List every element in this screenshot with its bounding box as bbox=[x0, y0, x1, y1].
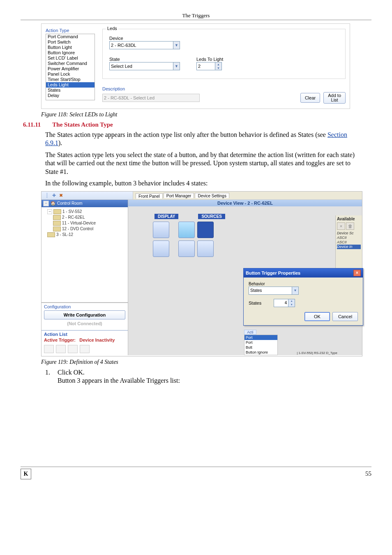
leds-to-light-label: Leds To Light bbox=[196, 57, 223, 62]
action-type-item[interactable]: Power Amplifier bbox=[46, 66, 95, 72]
available-item[interactable]: ASCII bbox=[337, 240, 361, 245]
description-label: Description bbox=[102, 86, 346, 91]
paragraph-2: The States action type lets you select t… bbox=[45, 151, 359, 176]
available-remove-icon[interactable]: × bbox=[337, 222, 345, 230]
cancel-button[interactable]: Cancel bbox=[332, 312, 358, 321]
tab-port-manager[interactable]: Port Manager bbox=[164, 193, 194, 198]
action-type-label: Action Type bbox=[46, 28, 95, 33]
close-icon[interactable]: × bbox=[353, 270, 361, 276]
device-label: Device bbox=[109, 36, 339, 41]
al-tool-icon[interactable] bbox=[80, 345, 90, 353]
bottom-item[interactable]: Port bbox=[244, 340, 277, 345]
tree-item[interactable]: 12 - DVD Control bbox=[62, 226, 93, 232]
action-type-item[interactable]: Timer Start/Stop bbox=[46, 77, 95, 82]
button-trigger-properties-dialog: Button Trigger Properties × Behavior Sta… bbox=[243, 268, 363, 326]
tree-root[interactable]: 1 - SV-552 bbox=[62, 209, 82, 215]
tree-body: −1 - SV-552 2 - RC-62EL 11 - Virtual-Dev… bbox=[42, 207, 128, 239]
device-icon bbox=[47, 232, 55, 237]
chevron-down-icon[interactable]: ▼ bbox=[173, 62, 180, 70]
action-type-item[interactable]: Port Switch bbox=[46, 39, 95, 45]
action-type-item[interactable]: States bbox=[46, 88, 95, 93]
available-trash-icon[interactable]: 🗑 bbox=[346, 222, 354, 230]
leds-to-light-value: 2 bbox=[197, 62, 215, 70]
chevron-down-icon[interactable]: ▼ bbox=[173, 42, 180, 49]
hw-button[interactable] bbox=[178, 240, 195, 257]
active-trigger-key: Active Trigger: bbox=[44, 338, 76, 342]
tab-front-panel[interactable]: Front Panel bbox=[136, 193, 163, 199]
hw-button[interactable] bbox=[178, 222, 195, 238]
tree-toggle-icon[interactable]: − bbox=[47, 209, 52, 214]
available-list: Device Sc ASCII ASCII Device In bbox=[337, 231, 361, 249]
device-combo-value: 2 - RC-63DL bbox=[110, 43, 173, 48]
step-up-icon[interactable]: ▲ bbox=[215, 62, 221, 66]
select-leds-screenshot: Action Type Port Command Port Switch But… bbox=[41, 23, 350, 109]
al-tool-icon[interactable] bbox=[44, 345, 54, 353]
bottom-item[interactable]: Button Ignore bbox=[244, 350, 277, 355]
states-stepper[interactable]: 4 ▲ ▼ bbox=[274, 299, 295, 307]
action-type-item[interactable]: Delay bbox=[46, 93, 95, 98]
add-icon[interactable]: ✚ bbox=[51, 193, 57, 198]
step-up-icon[interactable]: ▲ bbox=[288, 299, 295, 303]
al-tool-icon[interactable] bbox=[56, 345, 66, 353]
not-connected-label: (Not Connected) bbox=[44, 319, 125, 328]
bottom-item[interactable]: Port bbox=[244, 335, 277, 340]
action-type-item-selected[interactable]: Leds Light bbox=[46, 82, 95, 88]
tree-item[interactable]: 3 - SL-12 bbox=[56, 232, 73, 238]
figure-118-caption: Figure 118: Select LEDs to Light bbox=[41, 111, 371, 118]
step-down-icon[interactable]: ▼ bbox=[288, 303, 295, 307]
hw-button-selected[interactable] bbox=[197, 222, 214, 238]
bottom-item[interactable]: Butt bbox=[244, 345, 277, 350]
leds-to-light-stepper[interactable]: 2 ▲ ▼ bbox=[196, 62, 222, 70]
para1-text-b: ). bbox=[58, 139, 62, 146]
tree-title: − 🏠 Control Room bbox=[42, 200, 128, 207]
clear-button[interactable]: Clear bbox=[300, 93, 320, 103]
device-view-title: Device View - 2 - RC-62EL bbox=[128, 200, 362, 206]
tree-item[interactable]: 11 - Virtual-Device bbox=[62, 220, 96, 226]
device-icon bbox=[53, 221, 61, 226]
behavior-select[interactable]: States ▼ bbox=[249, 287, 299, 295]
hw-button[interactable] bbox=[153, 222, 169, 238]
al-tool-icon[interactable] bbox=[68, 345, 78, 353]
chevron-down-icon[interactable]: ▼ bbox=[292, 287, 298, 294]
hw-button[interactable] bbox=[197, 240, 214, 257]
action-type-item[interactable]: Button Light bbox=[46, 45, 95, 50]
available-title: Available bbox=[337, 217, 361, 221]
paragraph-3: In the following example, button 3 behav… bbox=[45, 179, 359, 187]
panel-label-display: DISPLAY bbox=[154, 214, 178, 219]
device-combo[interactable]: 2 - RC-63DL ▼ bbox=[109, 41, 180, 49]
hw-button[interactable] bbox=[153, 240, 169, 257]
panel-label-sources: SOURCES bbox=[198, 214, 225, 219]
tab-device-settings[interactable]: Device Settings bbox=[195, 193, 229, 198]
ok-button[interactable]: OK bbox=[304, 312, 330, 321]
section-title: The States Action Type bbox=[52, 121, 113, 128]
delete-icon[interactable]: ✖ bbox=[58, 193, 64, 198]
action-type-list[interactable]: Port Command Port Switch Button Light Bu… bbox=[46, 34, 95, 100]
tree-item[interactable]: 2 - RC-62EL bbox=[62, 215, 85, 220]
device-icon bbox=[53, 209, 61, 214]
action-list-panel: Action List Active Trigger: Device Inact… bbox=[42, 330, 128, 355]
step-down-icon[interactable]: ▼ bbox=[215, 66, 221, 70]
leds-fieldset: Leds Device 2 - RC-63DL ▼ State Select L… bbox=[102, 29, 346, 79]
action-type-item[interactable]: Port Command bbox=[46, 34, 95, 39]
available-item[interactable]: ASCII bbox=[337, 236, 361, 240]
numbered-steps: 1. Click OK. Button 3 appears in the Ava… bbox=[45, 369, 371, 384]
add-to-list-button[interactable]: Add to List bbox=[323, 92, 346, 104]
action-type-item[interactable]: Panel Lock bbox=[46, 72, 95, 77]
configuration-label: Configuration bbox=[44, 304, 125, 309]
step-subtext: Button 3 appears in the Available Trigge… bbox=[58, 377, 371, 384]
behavior-value: States bbox=[249, 288, 292, 293]
available-item[interactable]: Device Sc bbox=[337, 231, 361, 236]
toolbar-left: ┊ ✚ ✖ bbox=[42, 192, 133, 199]
write-configuration-button[interactable]: Write Configuration bbox=[44, 310, 125, 319]
action-type-item[interactable]: Switcher Command bbox=[46, 61, 95, 66]
step-number: 1. bbox=[45, 369, 54, 376]
step-text: Click OK. bbox=[58, 369, 85, 376]
state-combo[interactable]: Select Led ▼ bbox=[109, 62, 180, 70]
tree-collapse-icon[interactable]: − bbox=[43, 201, 49, 206]
action-type-item[interactable]: Button Ignore bbox=[46, 50, 95, 56]
active-trigger-value: Device Inactivity bbox=[79, 338, 115, 342]
action-type-item[interactable]: Set LCD' Label bbox=[46, 56, 95, 61]
device-icon bbox=[53, 215, 61, 220]
available-item-selected[interactable]: Device In bbox=[337, 245, 361, 249]
bottom-tab[interactable]: Acti bbox=[244, 330, 256, 335]
